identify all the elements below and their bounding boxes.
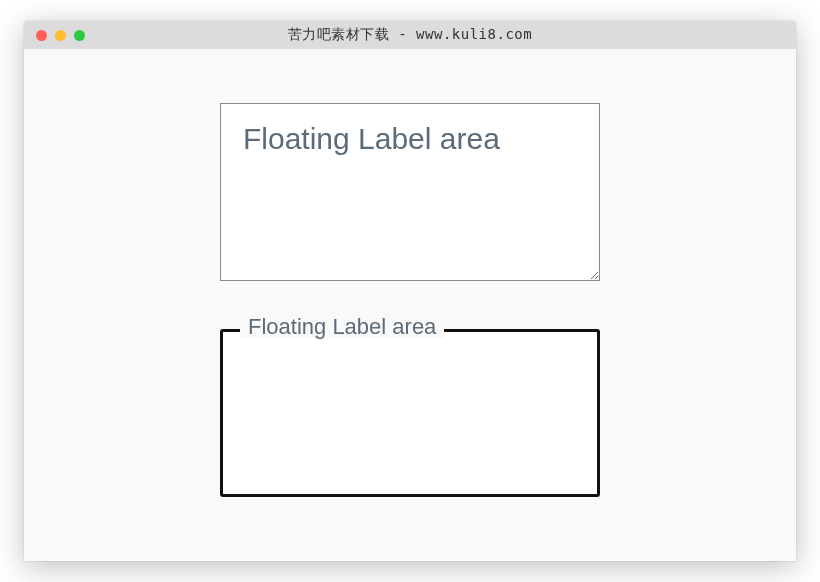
minimize-icon[interactable] [55,30,66,41]
window-controls [36,30,85,41]
maximize-icon[interactable] [74,30,85,41]
textarea-bottom-wrap: Floating Label area [220,329,600,501]
close-icon[interactable] [36,30,47,41]
floating-label-textarea-top[interactable] [220,103,600,281]
floating-label-textarea-bottom[interactable] [220,329,600,497]
browser-window: 苦力吧素材下载 - www.kuli8.com Floating Label a… [24,21,796,561]
textarea-top-wrap [220,103,600,285]
titlebar: 苦力吧素材下载 - www.kuli8.com [24,21,796,49]
window-title: 苦力吧素材下载 - www.kuli8.com [24,26,796,44]
floating-label: Floating Label area [240,316,444,338]
content-area: Floating Label area [24,49,796,561]
